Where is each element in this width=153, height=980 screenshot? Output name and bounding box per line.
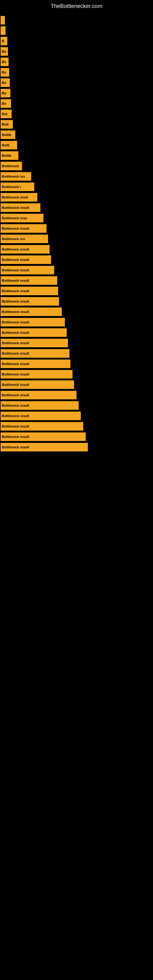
- bar-41: Bottleneck result: [1, 443, 88, 452]
- bar-3: Bo: [1, 47, 8, 56]
- bar-row: Bottleneck result: [0, 401, 153, 410]
- bar-row: Bo: [0, 99, 153, 108]
- bar-label-5: Bo: [2, 70, 6, 74]
- bar-label-40: Bottleneck result: [2, 435, 29, 439]
- bar-label-22: Bottleneck result: [2, 247, 29, 251]
- bar-29: Bottleneck result: [1, 318, 65, 326]
- bar-row: Bottl: [0, 141, 153, 150]
- bar-label-24: Bottleneck result: [2, 268, 29, 272]
- bar-row: Bo: [0, 78, 153, 87]
- bar-row: B: [0, 37, 153, 45]
- bar-13: Bottle: [1, 151, 18, 160]
- bar-label-27: Bottleneck result: [2, 299, 29, 303]
- bar-12: Bottl: [1, 141, 17, 150]
- bar-row: [0, 16, 153, 24]
- bar-row: Bottleneck: [0, 162, 153, 170]
- bar-label-18: Bottleneck result: [2, 206, 29, 210]
- bar-row: Bottleneck result: [0, 255, 153, 264]
- bar-row: Bo: [0, 89, 153, 97]
- bar-label-20: Bottleneck result: [2, 227, 29, 230]
- bar-label-4: Bo: [2, 60, 6, 64]
- bar-row: Bottleneck result: [0, 349, 153, 358]
- bar-row: Bottleneck result: [0, 380, 153, 389]
- bar-label-33: Bottleneck result: [2, 362, 29, 366]
- bar-label-3: Bo: [2, 49, 6, 53]
- bar-19: Bottleneck resu: [1, 214, 43, 222]
- bar-label-23: Bottleneck result: [2, 258, 29, 261]
- bar-7: Bo: [1, 89, 10, 97]
- bar-row: Bottleneck result: [0, 328, 153, 337]
- bar-row: Bottleneck result: [0, 360, 153, 368]
- site-title: TheBottlenecker.com: [0, 0, 153, 11]
- bar-label-41: Bottleneck result: [2, 445, 29, 449]
- bar-row: Bottleneck result: [0, 370, 153, 379]
- bar-label-39: Bottleneck result: [2, 425, 29, 428]
- bar-row: Bottleneck result: [0, 318, 153, 326]
- bar-label-8: Bo: [2, 102, 6, 105]
- bar-38: Bottleneck result: [1, 412, 81, 420]
- bar-6: Bo: [1, 78, 10, 87]
- bar-row: Bottleneck r: [0, 183, 153, 191]
- bar-11: Bottle: [1, 130, 15, 139]
- bar-label-6: Bo: [2, 81, 6, 84]
- bars-container: BBoBoBoBoBoBoBotBottBottleBottlBottleBot…: [0, 11, 153, 456]
- bar-5: Bo: [1, 68, 9, 76]
- bar-label-13: Bottle: [2, 154, 11, 158]
- bar-row: Bottleneck result: [0, 266, 153, 274]
- bar-row: Bottleneck res: [0, 235, 153, 243]
- bar-label-35: Bottleneck result: [2, 383, 29, 387]
- bar-label-11: Bottle: [2, 133, 11, 137]
- bar-row: Bottleneck result: [0, 276, 153, 285]
- bar-36: Bottleneck result: [1, 391, 76, 399]
- bar-37: Bottleneck result: [1, 401, 79, 410]
- bar-row: Bottleneck result: [0, 307, 153, 316]
- bar-label-36: Bottleneck result: [2, 393, 29, 397]
- bar-row: Bo: [0, 57, 153, 66]
- bar-row: Bottleneck res: [0, 172, 153, 181]
- bar-row: Bottleneck result: [0, 443, 153, 452]
- bar-label-21: Bottleneck res: [2, 237, 25, 241]
- bar-24: Bottleneck result: [1, 266, 54, 274]
- bar-row: Bottleneck result: [0, 391, 153, 399]
- bar-label-30: Bottleneck result: [2, 331, 29, 334]
- bar-4: Bo: [1, 57, 9, 66]
- bar-label-9: Bot: [2, 112, 7, 116]
- bar-label-26: Bottleneck result: [2, 289, 29, 293]
- bar-label-12: Bottl: [2, 143, 10, 147]
- bar-label-16: Bottleneck r: [2, 185, 21, 189]
- bar-label-37: Bottleneck result: [2, 404, 29, 407]
- bar-2: B: [1, 37, 7, 45]
- bar-26: Bottleneck result: [1, 286, 58, 295]
- bar-label-14: Bottleneck: [2, 164, 19, 168]
- bar-row: Bo: [0, 47, 153, 56]
- bar-row: [0, 26, 153, 35]
- bar-9: Bot: [1, 110, 12, 118]
- bar-15: Bottleneck res: [1, 172, 31, 181]
- bar-14: Bottleneck: [1, 162, 22, 170]
- bar-label-29: Bottleneck result: [2, 320, 29, 324]
- bar-25: Bottleneck result: [1, 276, 57, 285]
- bar-18: Bottleneck result: [1, 204, 40, 212]
- bar-39: Bottleneck result: [1, 422, 83, 431]
- bar-row: Bottleneck resu: [0, 214, 153, 222]
- bar-row: Bott: [0, 120, 153, 129]
- bar-row: Bottle: [0, 151, 153, 160]
- bar-row: Bottleneck result: [0, 224, 153, 233]
- bar-1: [1, 26, 5, 35]
- bar-label-2: B: [2, 39, 4, 43]
- bar-row: Bottleneck result: [0, 422, 153, 431]
- bar-label-15: Bottleneck res: [2, 175, 25, 178]
- bar-label-28: Bottleneck result: [2, 310, 29, 313]
- bar-32: Bottleneck result: [1, 349, 70, 358]
- bar-22: Bottleneck result: [1, 245, 49, 254]
- bar-23: Bottleneck result: [1, 255, 51, 264]
- bar-40: Bottleneck result: [1, 433, 86, 441]
- bar-label-34: Bottleneck result: [2, 372, 29, 376]
- bar-16: Bottleneck r: [1, 183, 34, 191]
- bar-row: Bottleneck result: [0, 412, 153, 420]
- bar-21: Bottleneck res: [1, 235, 48, 243]
- bar-label-38: Bottleneck result: [2, 414, 29, 418]
- bar-row: Bottleneck result: [0, 297, 153, 305]
- bar-label-10: Bott: [2, 123, 9, 126]
- bar-row: Bottleneck result: [0, 433, 153, 441]
